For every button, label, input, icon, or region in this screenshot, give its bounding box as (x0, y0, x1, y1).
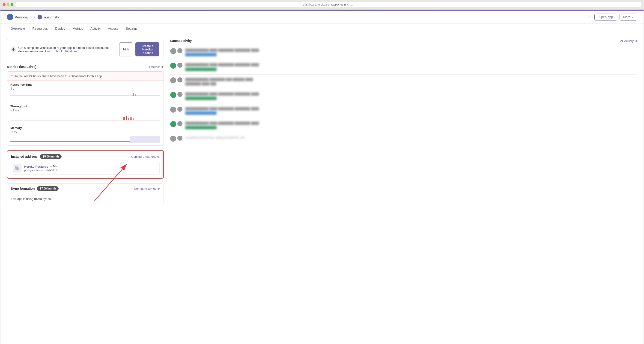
main-content: ⚙ Get a complete visualization of your a… (0, 34, 644, 209)
dyno-content: This app is using basic dynos (7, 194, 164, 204)
chevron-down-icon: ◇ (30, 16, 32, 18)
configure-addons-link[interactable]: Configure Add-ons ⊕ (131, 155, 160, 159)
page-header: 👤 Personal ◇ > nus-nnsh-... ☆ Open app M… (0, 11, 644, 23)
activity-avatar-14 (178, 136, 182, 141)
memory-chart (10, 135, 160, 143)
warning-icon: ⚠ (10, 74, 14, 78)
personal-account[interactable]: 👤 Personal ◇ (7, 14, 32, 20)
tab-resources[interactable]: Resources (28, 23, 52, 34)
all-metrics-link[interactable]: All Metrics ⊕ (146, 65, 164, 69)
response-time-value: 4 s (10, 87, 160, 90)
svg-rect-5 (126, 116, 127, 120)
app-name-label: nus-nnsh-... (44, 15, 62, 19)
all-activity-label: All Activity (620, 39, 634, 43)
dyno-price-badge: $7.00/month (37, 186, 58, 191)
breadcrumb-arrow: > (34, 15, 35, 19)
dyno-box: Dyno formation $7.00/month Configure Dyn… (7, 183, 164, 204)
activity-section: Latest activity All Activity ⊕ █████████… (170, 39, 637, 144)
pipeline-link[interactable]: Heroku Pipelines. (54, 49, 78, 53)
activity-item-4: ████████████ ████ ████████ ████████ ████… (170, 89, 637, 104)
hide-button[interactable]: Hide (119, 42, 133, 56)
postgres-icon: 🐘 (15, 166, 20, 171)
activity-text-4: ████████████ ████ ████████ ████████ ████… (185, 92, 637, 101)
app-name[interactable]: nus-nnsh-... (37, 14, 62, 19)
activity-avatar-10 (178, 107, 182, 112)
dyno-title: Dyno formation (11, 187, 34, 190)
activity-avatar-9 (170, 107, 176, 113)
configure-addons-label: Configure Add-ons (131, 155, 156, 159)
tab-activity[interactable]: Activity (87, 23, 104, 34)
nav-tabs: Overview Resources Deploy Metrics Activi… (0, 23, 644, 34)
addon-logo: 🐘 (13, 164, 22, 172)
svg-rect-6 (128, 118, 129, 120)
more-button[interactable]: More ∨ (620, 13, 637, 20)
all-activity-link[interactable]: All Activity ⊕ (620, 39, 637, 43)
open-app-button[interactable]: Open app (594, 13, 618, 20)
circle-plus-icon-dynos: ⊕ (157, 187, 160, 190)
svg-rect-2 (135, 94, 136, 96)
activity-title: Latest activity (170, 39, 192, 43)
basic-dynos-text: basic (34, 197, 42, 200)
addons-box: Installed add-ons $5.00/month Configure … (7, 150, 164, 179)
tab-settings[interactable]: Settings (122, 23, 141, 34)
addon-info: Heroku Postgres ↗ Mini postgresql-horizo… (24, 165, 58, 172)
avatar: 👤 (7, 14, 14, 20)
svg-rect-8 (133, 118, 134, 120)
header-actions: ☆ Open app More ∨ (586, 13, 637, 20)
activity-item-2: ████████████ ████ ████████ ████████ ████… (170, 60, 637, 74)
pipeline-link-text: Heroku Pipelines. (55, 49, 78, 53)
activity-avatar-6 (178, 77, 182, 82)
activity-text-6: ████████████ ████ ████████ ████████ ████… (185, 121, 637, 130)
right-column: Latest activity All Activity ⊕ █████████… (170, 39, 637, 204)
activity-item: ████████████ ████ ████████ ████████ ████… (170, 45, 637, 60)
all-metrics-label: All Metrics (146, 65, 160, 69)
pipeline-description: Get a complete visualization of your app… (18, 46, 119, 53)
activity-avatar-13 (170, 136, 176, 142)
star-button[interactable]: ☆ (586, 13, 592, 20)
address-bar[interactable]: dashboard.heroku.com/apps/nus-nnsh-... (15, 2, 641, 7)
metrics-error-bar: ⚠ In the last 24 hours, there have been … (7, 72, 164, 81)
dyno-section: Dyno formation $7.00/month Configure Dyn… (7, 183, 164, 204)
activity-avatar-5 (170, 77, 176, 83)
tab-deploy[interactable]: Deploy (52, 23, 69, 34)
activity-avatar-12 (178, 121, 182, 126)
throughput-label: Throughput (10, 105, 160, 108)
throughput-chart (10, 113, 160, 121)
circle-plus-icon-addons: ⊕ (157, 155, 160, 159)
throughput-row: Throughput < 1 rps (7, 102, 164, 124)
dyno-header: Dyno formation $7.00/month Configure Dyn… (7, 183, 164, 194)
response-time-row: Response Time 4 s (7, 81, 164, 102)
activity-text-1: ████████████ ████ ████████ ████████ ████… (185, 48, 637, 57)
tab-metrics[interactable]: Metrics (69, 23, 87, 34)
activity-text-5: ████████████ ████ ████████ ████████ ████… (185, 107, 637, 115)
activity-header: Latest activity All Activity ⊕ (170, 39, 637, 43)
breadcrumb: 👤 Personal ◇ > nus-nnsh-... (7, 14, 62, 20)
addon-item[interactable]: 🐘 Heroku Postgres ↗ Mini postgresql-hori… (11, 162, 160, 174)
addon-name: Heroku Postgres ↗ Mini (24, 165, 58, 168)
addons-section: Installed add-ons $5.00/month Configure … (7, 150, 164, 179)
configure-dynos-link[interactable]: Configure Dynos ⊕ (134, 187, 160, 190)
activity-avatar-11 (170, 121, 176, 127)
metrics-box: ⚠ In the last 24 hours, there have been … (7, 71, 164, 146)
svg-rect-4 (124, 117, 125, 120)
circle-plus-icon-activity: ⊕ (634, 39, 637, 43)
pipeline-banner: ⚙ Get a complete visualization of your a… (7, 39, 164, 60)
metrics-header: Metrics (last 24hrs) All Metrics ⊕ (7, 65, 164, 69)
metrics-section: Metrics (last 24hrs) All Metrics ⊕ ⚠ In … (7, 65, 164, 146)
personal-label: Personal (15, 15, 28, 19)
tab-overview[interactable]: Overview (7, 23, 28, 34)
memory-label: Memory (10, 126, 160, 130)
metrics-title: Metrics (last 24hrs) (7, 65, 36, 69)
tab-access[interactable]: Access (104, 23, 122, 34)
more-label: More ∨ (623, 15, 634, 19)
memory-row: Memory 18 % (7, 124, 164, 145)
left-column: ⚙ Get a complete visualization of your a… (7, 39, 164, 204)
activity-item-6: ████████████ ████ ████████ ████████ ████… (170, 118, 637, 133)
addons-title: Installed add-ons (11, 155, 38, 159)
activity-text-7: completed provisioning, setting DATABASE… (185, 136, 637, 140)
activity-avatar-4 (178, 63, 182, 68)
response-time-label: Response Time (10, 83, 160, 86)
external-link-icon: ↗ (50, 165, 52, 168)
activity-avatar-8 (178, 92, 182, 97)
create-pipeline-button[interactable]: Create a Heroku Pipeline (136, 42, 160, 56)
